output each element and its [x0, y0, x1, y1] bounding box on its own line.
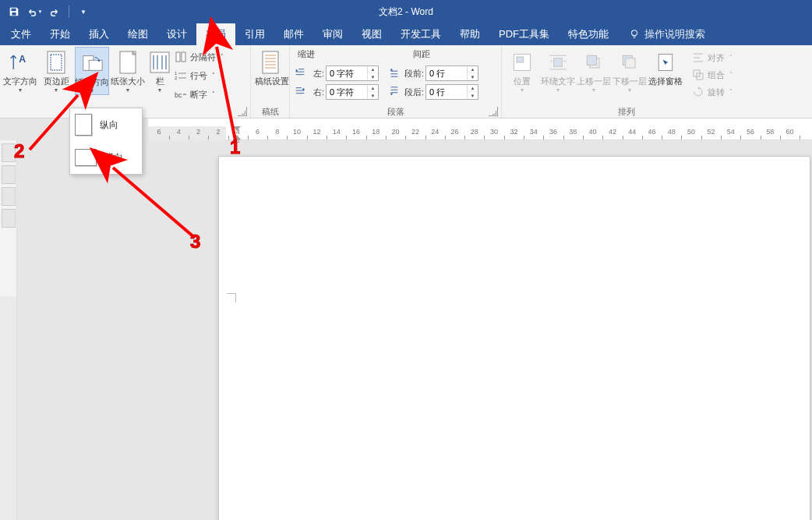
wrap-text-button: 环绕文字▼: [541, 47, 575, 94]
indent-right-icon: [295, 86, 305, 98]
tab-design[interactable]: 设计: [157, 23, 196, 45]
hyphenation-button[interactable]: bc断字˅: [175, 86, 232, 103]
tab-draw[interactable]: 绘图: [118, 23, 157, 45]
ruler-number: 30: [490, 128, 498, 136]
indent-right-spinner[interactable]: ▲▼: [326, 84, 379, 100]
svg-rect-20: [263, 51, 278, 73]
tab-home[interactable]: 开始: [41, 23, 79, 45]
qat-customize-button[interactable]: ▼: [74, 2, 93, 21]
ruler-number: 36: [549, 128, 557, 136]
tab-file[interactable]: 文件: [2, 23, 41, 45]
indent-right-input[interactable]: [327, 87, 367, 97]
indent-left-row: 左: ▲▼: [295, 65, 379, 82]
ruler-number: 42: [609, 128, 616, 136]
ruler-number: 32: [510, 128, 517, 136]
svg-rect-5: [89, 60, 102, 70]
ruler-number: 2: [196, 128, 200, 136]
tab-review[interactable]: 审阅: [313, 23, 352, 45]
group-paragraph: 缩进 间距 左: ▲▼ 右: ▲▼: [290, 45, 502, 118]
ruler-number: 6: [157, 128, 161, 136]
ruler-number: 40: [589, 128, 597, 136]
spin-up[interactable]: ▲: [367, 66, 378, 73]
orientation-dropdown: 纵向 横向: [69, 108, 143, 175]
navigation-pane-edge: [0, 140, 17, 296]
size-button[interactable]: 纸张大小▼: [111, 47, 145, 94]
line-numbers-icon: 12: [175, 69, 187, 82]
indent-left-input[interactable]: [327, 69, 367, 78]
wrap-text-icon: [545, 50, 570, 75]
indent-right-row: 右: ▲▼: [295, 83, 379, 101]
paragraph-launcher[interactable]: [489, 107, 498, 116]
text-direction-button[interactable]: A 文字方向▼: [3, 47, 37, 94]
tab-help[interactable]: 帮助: [450, 23, 489, 45]
margin-corner-marker: [227, 293, 236, 302]
page-setup-launcher[interactable]: [238, 107, 247, 116]
spin-down[interactable]: ▼: [467, 92, 478, 99]
margins-icon: [44, 50, 69, 75]
spin-up[interactable]: ▲: [467, 85, 478, 92]
redo-button[interactable]: [45, 2, 64, 21]
line-numbers-button[interactable]: 12行号˅: [175, 67, 232, 84]
ruler-number: 58: [766, 128, 774, 136]
svg-rect-40: [554, 58, 563, 67]
ruler-number: 22: [411, 128, 419, 136]
tab-pdf-tools[interactable]: PDF工具集: [489, 23, 559, 45]
undo-button[interactable]: ▼: [25, 2, 44, 21]
send-backward-icon: [617, 50, 642, 75]
spin-down[interactable]: ▼: [367, 73, 378, 80]
ruler-number: 46: [648, 128, 655, 136]
document-page[interactable]: [218, 156, 810, 520]
group-label-arrange: 排列: [505, 105, 748, 118]
spacing-before-input[interactable]: [426, 69, 467, 78]
selection-pane-button[interactable]: 选择窗格: [648, 47, 683, 86]
rotate-button: 旋转˅: [689, 84, 736, 100]
save-button[interactable]: [5, 2, 23, 21]
spacing-after-input[interactable]: [426, 87, 467, 97]
ruler-number: 44: [628, 128, 636, 136]
spacing-after-icon: [388, 86, 399, 98]
tell-me-label: 操作说明搜索: [644, 27, 705, 41]
tab-features[interactable]: 特色功能: [559, 23, 618, 45]
document-title: 文档2 - Word: [379, 5, 433, 19]
tab-mailings[interactable]: 邮件: [274, 23, 313, 45]
columns-button[interactable]: 栏▼: [147, 47, 173, 94]
ruler-number: 56: [747, 128, 754, 136]
spin-up[interactable]: ▲: [467, 66, 478, 73]
indent-left-spinner[interactable]: ▲▼: [326, 65, 379, 81]
spacing-after-spinner[interactable]: ▲▼: [425, 84, 478, 100]
ruler-number: 20: [392, 128, 400, 136]
orientation-portrait[interactable]: 纵向: [70, 108, 142, 141]
horizontal-ruler[interactable]: 6422468101214161820222426283032343638404…: [148, 126, 812, 140]
group-arrange: 位置▼ 环绕文字▼ 上移一层▼ 下移一层▼ 选择窗格 对齐˅ 组合˅ 旋转˅: [502, 45, 751, 118]
tell-me-search[interactable]: 操作说明搜索: [629, 23, 705, 45]
title-bar: ▼ ▼ 文档2 - Word: [0, 0, 812, 23]
orientation-button[interactable]: 纸张方向▼: [75, 47, 109, 95]
page-setup-mini-stack: 分隔符˅ 12行号˅ bc断字˅: [175, 47, 232, 103]
lightbulb-icon: [629, 29, 640, 40]
tab-layout[interactable]: 布局: [196, 23, 235, 45]
ruler-number: 38: [569, 128, 577, 136]
selection-pane-icon: [653, 50, 678, 75]
spacing-after-row: 段后: ▲▼: [388, 83, 478, 101]
position-icon: [510, 50, 535, 75]
spin-up[interactable]: ▲: [367, 85, 378, 92]
spacing-before-spinner[interactable]: ▲▼: [425, 65, 478, 81]
group-label-manuscript: 稿纸: [254, 105, 286, 118]
svg-text:A: A: [19, 54, 26, 65]
svg-rect-12: [176, 52, 180, 62]
spin-down[interactable]: ▼: [467, 73, 478, 80]
ruler-number: 8: [275, 128, 279, 136]
tab-view[interactable]: 视图: [352, 23, 391, 45]
first-line-indent-marker[interactable]: [233, 126, 241, 131]
spin-down[interactable]: ▼: [367, 92, 378, 99]
manuscript-button[interactable]: 稿纸设置: [254, 47, 286, 86]
tab-insert[interactable]: 插入: [79, 23, 118, 45]
indent-heading: 缩进: [298, 48, 315, 60]
ruler-number: 52: [707, 128, 715, 136]
margins-button[interactable]: 页边距▼: [39, 47, 73, 94]
tab-developer[interactable]: 开发工具: [391, 23, 450, 45]
orientation-landscape[interactable]: 横向: [70, 141, 142, 174]
columns-icon: [147, 50, 172, 75]
tab-references[interactable]: 引用: [235, 23, 274, 45]
breaks-button[interactable]: 分隔符˅: [175, 48, 232, 65]
